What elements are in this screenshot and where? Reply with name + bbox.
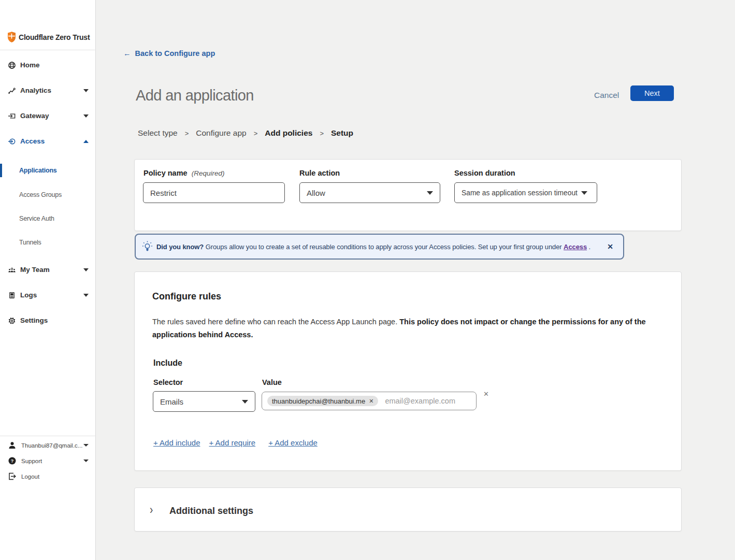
svg-text:?: ? — [11, 458, 14, 464]
